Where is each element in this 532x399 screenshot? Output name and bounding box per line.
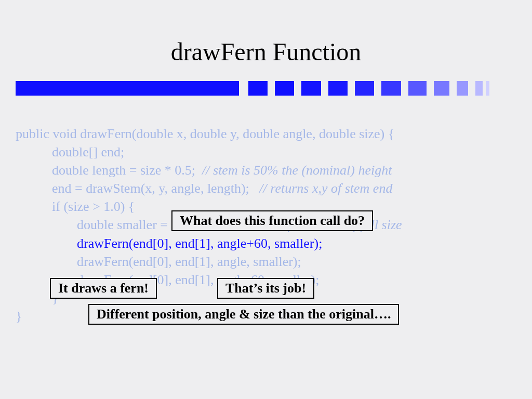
divider-square [301, 81, 321, 96]
code-line: double[] end; [16, 143, 402, 161]
divider-square [486, 81, 489, 96]
callout-note: Different position, angle & size than th… [88, 304, 399, 325]
code-line: end = drawStem(x, y, angle, length); // … [16, 179, 402, 197]
divider-square [328, 81, 348, 96]
callout-answer-1: It draws a fern! [50, 278, 157, 299]
divider-long [16, 81, 239, 96]
divider-square [408, 81, 427, 96]
divider-bar [16, 81, 493, 96]
divider-square [275, 81, 294, 96]
divider-square [355, 81, 374, 96]
divider-square [475, 81, 482, 96]
divider-square [457, 81, 468, 96]
code-line-highlight: drawFern(end[0], end[1], angle+60, small… [16, 234, 402, 252]
slide-title: drawFern Function [0, 37, 532, 66]
callout-question: What does this function call do? [171, 210, 373, 231]
code-line: public void drawFern(double x, double y,… [16, 125, 402, 143]
code-line: drawFern(end[0], end[1], angle, smaller)… [16, 252, 402, 271]
callout-answer-2: That’s its job! [217, 278, 314, 299]
code-line: double length = size * 0.5; // stem is 5… [16, 161, 402, 179]
divider-square [248, 81, 268, 96]
divider-square [381, 81, 401, 96]
divider-square [434, 81, 449, 96]
